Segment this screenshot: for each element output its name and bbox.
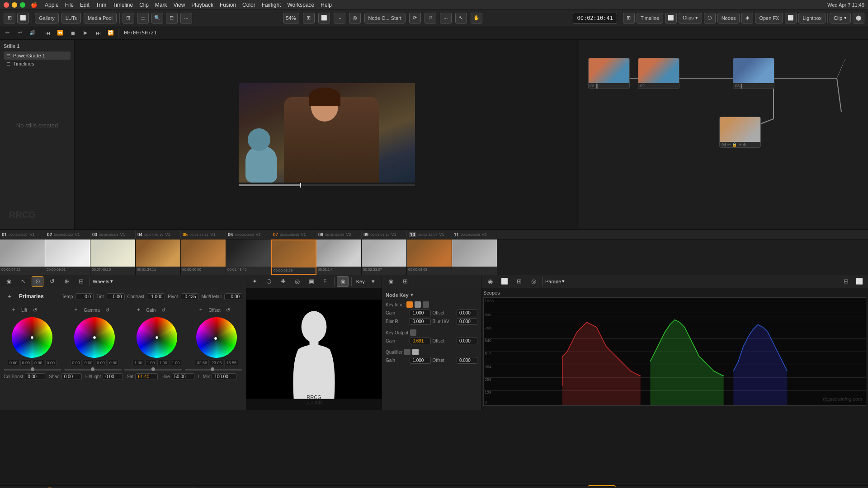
- viewer-indicator[interactable]: ⬤: [853, 13, 864, 23]
- gamma-wheel[interactable]: [74, 317, 115, 358]
- gain-wheel[interactable]: [137, 317, 177, 358]
- viewer-options-icon[interactable]: ···: [334, 13, 345, 23]
- viewer-layout-icon[interactable]: ⬜: [17, 13, 29, 23]
- key-input-icon-1[interactable]: [406, 301, 413, 308]
- undo-icon[interactable]: ↩: [14, 28, 25, 38]
- temp-value[interactable]: 0.0: [75, 293, 94, 300]
- ki-offset-val[interactable]: 0.000: [457, 310, 477, 316]
- key-tool-4[interactable]: ◎: [292, 276, 303, 287]
- pencil-tool[interactable]: ✏: [2, 28, 13, 38]
- qualifier-icon-2[interactable]: [412, 349, 419, 355]
- offset-slider[interactable]: [185, 369, 243, 371]
- menu-apple[interactable]: Apple: [45, 2, 59, 8]
- transform-icon[interactable]: ⊟: [166, 13, 178, 23]
- openfx-button[interactable]: Open FX: [755, 13, 783, 23]
- scope-zoom[interactable]: ⬜: [854, 276, 865, 287]
- menu-fairlight[interactable]: Fairlight: [262, 2, 281, 8]
- scope-waveform[interactable]: ⬜: [499, 276, 510, 287]
- stop-btn[interactable]: ⏹: [67, 28, 78, 38]
- zoom-dropdown[interactable]: 54%: [283, 13, 299, 23]
- clip-thumb-5[interactable]: 00:01:48:45: [226, 239, 271, 275]
- viewer-zoom-icon[interactable]: ⊞: [303, 13, 315, 23]
- loop-btn[interactable]: 🔁: [105, 28, 116, 38]
- gallery-button[interactable]: Gallery: [35, 13, 59, 23]
- skip-back-btn[interactable]: ⏮: [42, 28, 53, 38]
- key-output-icon[interactable]: [410, 329, 416, 336]
- lift-wheel[interactable]: [12, 317, 52, 358]
- gamma-slider[interactable]: [64, 369, 122, 371]
- offset-wheel[interactable]: [196, 317, 237, 358]
- cursor-icon[interactable]: ↖: [17, 276, 29, 287]
- mac-menu-bar[interactable]: Apple File Edit Trim Timeline Clip Mark …: [45, 2, 332, 8]
- viewer-flag-icon[interactable]: ⚐: [425, 13, 436, 23]
- menu-edit[interactable]: Edit: [80, 2, 90, 8]
- nav-fairlight[interactable]: ♫ Fairlight: [691, 486, 724, 488]
- timeline-icon[interactable]: ⊞: [623, 13, 635, 23]
- menu-view[interactable]: View: [174, 2, 185, 8]
- ki-blur-hv-val[interactable]: 0.000: [457, 318, 477, 325]
- hue-val[interactable]: 50.00: [172, 373, 194, 380]
- timeline-button[interactable]: Timeline: [637, 13, 663, 23]
- ko-gain-val[interactable]: 0.691: [410, 338, 430, 344]
- gamma-slider-handle[interactable]: [91, 367, 94, 371]
- layout-icon[interactable]: ⊞: [4, 13, 15, 23]
- scope-eye[interactable]: ◉: [484, 276, 496, 287]
- clip-thumb-1[interactable]: 00:00:09:01: [45, 239, 90, 275]
- nodes-button[interactable]: Nodes: [717, 13, 740, 23]
- lift-slider-handle[interactable]: [31, 367, 34, 371]
- menu-trim[interactable]: Trim: [96, 2, 107, 8]
- key-tool-5[interactable]: ▣: [306, 276, 317, 287]
- gain-slider[interactable]: [124, 369, 182, 371]
- gain-reset-icon[interactable]: ↺: [157, 305, 169, 315]
- clips-icon[interactable]: ⬜: [665, 13, 677, 23]
- clip-thumb-4[interactable]: 00:00:00:00: [181, 239, 226, 275]
- sidebar-item-powergrade[interactable]: ☰ PowerGrade 1: [4, 52, 71, 60]
- menu-help[interactable]: Help: [321, 2, 332, 8]
- nk-bars[interactable]: ⊞: [399, 276, 411, 287]
- mid-detail-value[interactable]: 0.00: [224, 293, 242, 300]
- maximize-button[interactable]: [20, 2, 25, 8]
- clip-dropdown[interactable]: Clip ▾: [830, 13, 851, 23]
- ki-blur-r-val[interactable]: 0.000: [410, 318, 430, 325]
- key-input-icon-3[interactable]: [423, 301, 429, 308]
- gamma-reset-icon[interactable]: ↺: [102, 305, 113, 315]
- key-tool-6[interactable]: ⚐: [320, 276, 331, 287]
- node-match[interactable]: Match 02 ⋮⋮: [638, 58, 679, 89]
- skip-fwd-btn[interactable]: ⏭: [93, 28, 104, 38]
- clip-thumb-7[interactable]: 00:01:14: [316, 239, 362, 275]
- cursor-tool[interactable]: ↖: [455, 13, 467, 23]
- sat-val[interactable]: 61.40: [135, 373, 158, 380]
- lift-reset-icon[interactable]: ↺: [29, 305, 41, 315]
- lift-add-icon[interactable]: +: [8, 305, 19, 315]
- loop-icon[interactable]: ⟳: [409, 13, 421, 23]
- search-icon[interactable]: 🔍: [151, 13, 163, 23]
- media-pool-button[interactable]: Media Pool: [84, 13, 117, 23]
- luts-button[interactable]: LUTs: [61, 13, 81, 23]
- add-wheel-icon[interactable]: +: [4, 291, 15, 302]
- lift-dot[interactable]: [30, 336, 34, 339]
- clips-button[interactable]: Clips ▾: [679, 13, 702, 23]
- contrast-value[interactable]: 1.000: [147, 293, 165, 300]
- viewer-marks-icon[interactable]: ···: [440, 13, 452, 23]
- menu-file[interactable]: File: [65, 2, 74, 8]
- hand-tool[interactable]: ✋: [471, 13, 482, 23]
- pivot-value[interactable]: 0.435: [181, 293, 199, 300]
- shad-val[interactable]: 0.00: [61, 373, 82, 380]
- offset-reset-icon[interactable]: ↺: [222, 305, 234, 315]
- gamma-add-icon[interactable]: +: [70, 305, 82, 315]
- gamma-dot[interactable]: [93, 336, 96, 339]
- menu-clip[interactable]: Clip: [139, 2, 149, 8]
- viewer-fit-icon[interactable]: ⬜: [318, 13, 330, 23]
- lightbox-button[interactable]: Lightbox: [798, 13, 826, 23]
- close-button[interactable]: [4, 2, 9, 8]
- nav-color[interactable]: 🎨 Color: [588, 485, 616, 488]
- grid-icon[interactable]: ⊞: [123, 13, 134, 23]
- play-btn[interactable]: ▶: [80, 28, 91, 38]
- key-tool-1[interactable]: ✦: [249, 276, 260, 287]
- list-icon[interactable]: ☰: [137, 13, 149, 23]
- gain-dot[interactable]: [155, 336, 159, 339]
- eye-icon[interactable]: ◉: [3, 276, 14, 287]
- key-settings[interactable]: ▾: [368, 276, 379, 287]
- nav-cut[interactable]: ✂ Cut: [281, 486, 306, 488]
- minimize-button[interactable]: [12, 2, 17, 8]
